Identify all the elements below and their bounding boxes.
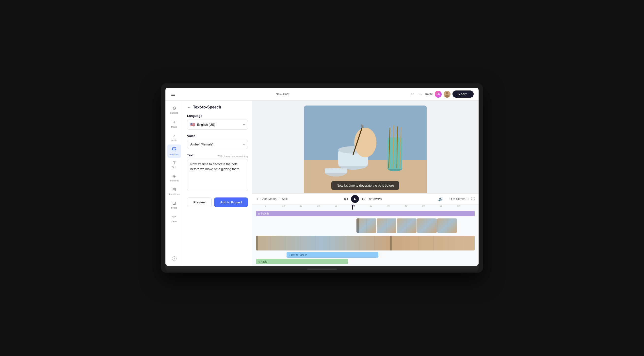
secondary-clip-1[interactable] <box>356 219 376 233</box>
export-label: Export <box>456 92 466 96</box>
user-avatar <box>444 91 450 98</box>
pottery-background <box>304 105 427 193</box>
subtitle-track-label: Subtitle <box>261 212 269 215</box>
skip-back-button[interactable]: ⏮ <box>344 197 348 201</box>
preview-button[interactable]: Preview <box>187 198 212 207</box>
ruler-mark-5: 5 <box>265 205 266 207</box>
main-clip-left-handle[interactable] <box>256 236 258 251</box>
laptop-shell: New Post ↩ ↪ Invite SK Export ↑ <box>161 83 483 273</box>
subtitle-text: Now it's time to decorate the pots befor… <box>337 184 394 187</box>
help-icon: ? <box>172 256 176 261</box>
video-preview: Now it's time to decorate the pots befor… <box>304 105 427 193</box>
media-icon: ＋ <box>172 119 176 125</box>
laptop-base <box>166 266 478 273</box>
sidebar-item-media[interactable]: ＋ Media <box>168 117 181 130</box>
draw-icon: ✏ <box>172 214 176 219</box>
panel-back-button[interactable]: ← <box>187 105 191 109</box>
canvas-area: Now it's time to decorate the pots befor… <box>252 101 478 193</box>
elements-icon: ◈ <box>172 173 176 179</box>
sidebar-item-help[interactable]: ? <box>168 254 181 263</box>
sidebar-item-filters-label: Filters <box>171 207 177 209</box>
sidebar-item-draw-label: Draw <box>172 220 177 223</box>
timeline-controls: ＋ + Add Media ⊢ Split ⏮ ▶ ⏭ <box>252 194 478 205</box>
top-bar-left: New Post <box>170 92 406 97</box>
pottery-scene <box>304 105 427 193</box>
laptop-notch <box>307 268 337 270</box>
secondary-clip-4[interactable] <box>417 219 437 233</box>
language-chevron-icon: ▾ <box>243 123 245 126</box>
secondary-clip-3[interactable] <box>397 219 416 233</box>
play-button[interactable]: ▶ <box>351 195 359 203</box>
sidebar-item-audio[interactable]: ♪ Audio <box>168 131 181 143</box>
sidebar-item-media-label: Media <box>171 126 177 128</box>
export-button[interactable]: Export ↑ <box>452 90 474 98</box>
tts-label: Text to Speech <box>291 254 307 256</box>
ruler-mark-25: 25 <box>335 205 337 207</box>
sidebar-item-elements[interactable]: ◈ Elements <box>168 171 181 184</box>
language-dropdown[interactable]: 🇺🇸 English (US) ▾ <box>187 120 248 130</box>
svg-point-1 <box>446 92 448 94</box>
right-column: Now it's time to decorate the pots befor… <box>252 101 478 266</box>
main-content: ⚙ Settings ＋ Media ♪ Audio <box>166 101 478 266</box>
voice-section: Voice Amber (Female) ▾ <box>187 134 248 149</box>
ruler-mark-55: 55 <box>440 205 442 207</box>
text-section: Text 768 characters remaining Now it's t… <box>187 153 248 192</box>
top-bar: New Post ↩ ↪ Invite SK Export ↑ <box>166 88 478 101</box>
language-section: Language 🇺🇸 English (US) ▾ <box>187 114 248 130</box>
sidebar-item-text[interactable]: T Text <box>168 159 181 170</box>
sidebar-item-draw[interactable]: ✏ Draw <box>168 212 181 225</box>
voice-dropdown[interactable]: Amber (Female) ▾ <box>187 140 248 149</box>
us-flag-icon: 🇺🇸 <box>190 122 195 127</box>
text-input[interactable]: Now it's time to decorate the pots befor… <box>187 159 248 191</box>
main-video-clip[interactable] <box>256 236 475 251</box>
secondary-clip-2[interactable] <box>377 219 396 233</box>
main-clip-right-handle[interactable] <box>390 236 392 251</box>
sidebar-item-transitions[interactable]: ⊞ Transitions <box>168 185 181 198</box>
sidebar-item-audio-label: Audio <box>171 139 177 141</box>
fullscreen-button[interactable]: ⛶ <box>471 197 475 201</box>
secondary-clip-5[interactable] <box>437 219 457 233</box>
characters-remaining: 768 characters remaining <box>217 155 248 158</box>
ruler-mark-35: 35 <box>370 205 372 207</box>
language-select-inner: 🇺🇸 English (US) <box>190 122 215 127</box>
sidebar-item-settings-label: Settings <box>170 112 178 114</box>
top-bar-right: ↩ ↪ Invite SK Export ↑ <box>409 90 474 98</box>
sidebar-item-filters[interactable]: ⊡ Filters <box>168 199 181 211</box>
sidebar-item-subtitles[interactable]: Subtitles <box>168 144 181 158</box>
zoom-minus[interactable]: − <box>445 197 447 201</box>
subtitle-track[interactable]: ⊞ Subtitle <box>256 211 475 216</box>
skip-forward-button[interactable]: ⏭ <box>362 197 366 201</box>
zoom-plus[interactable]: + <box>468 197 469 201</box>
laptop-screen: New Post ↩ ↪ Invite SK Export ↑ <box>166 88 478 266</box>
split-button[interactable]: ⊢ Split <box>278 197 288 201</box>
volume-icon[interactable]: 🔊 <box>438 197 443 202</box>
add-to-project-button[interactable]: Add to Project <box>214 198 248 207</box>
subtitle-track-icon: ⊞ <box>258 212 260 215</box>
ruler-mark-60: 60 <box>457 205 460 207</box>
clip-film-3 <box>397 219 416 233</box>
undo-button[interactable]: ↩ <box>409 91 415 97</box>
export-icon: ↑ <box>468 92 470 96</box>
ruler-mark-45: 45 <box>405 205 407 207</box>
subtitles-icon <box>172 146 177 153</box>
tts-track-row: ♪ Text to Speech <box>256 252 475 258</box>
clip-handle-left[interactable] <box>356 219 359 233</box>
tts-panel: ← Text-to-Speech Language 🇺🇸 English (US… <box>183 101 252 266</box>
redo-button[interactable]: ↪ <box>417 91 423 97</box>
tts-icon: ♪ <box>288 254 290 256</box>
user-initials-badge: SK <box>435 91 442 98</box>
svg-rect-5 <box>173 149 175 150</box>
clip-film-5 <box>437 219 457 233</box>
tts-track[interactable]: ♪ Text to Speech <box>286 252 378 258</box>
sidebar-item-subtitles-label: Subtitles <box>170 153 178 156</box>
text-section-header: Text 768 characters remaining <box>187 153 248 159</box>
sidebar-item-text-label: Text <box>172 166 176 168</box>
transitions-icon: ⊞ <box>172 187 176 192</box>
ruler-mark-10: 10 <box>282 205 285 207</box>
audio-label: Audio <box>261 260 267 263</box>
sidebar-item-settings[interactable]: ⚙ Settings <box>168 104 181 116</box>
timeline-center-controls: ⏮ ▶ ⏭ 00:02:23 <box>290 195 435 203</box>
audio-track[interactable]: ♫ Audio <box>256 259 348 264</box>
voice-label: Voice <box>187 134 248 138</box>
add-media-button[interactable]: ＋ + Add Media <box>256 197 276 201</box>
